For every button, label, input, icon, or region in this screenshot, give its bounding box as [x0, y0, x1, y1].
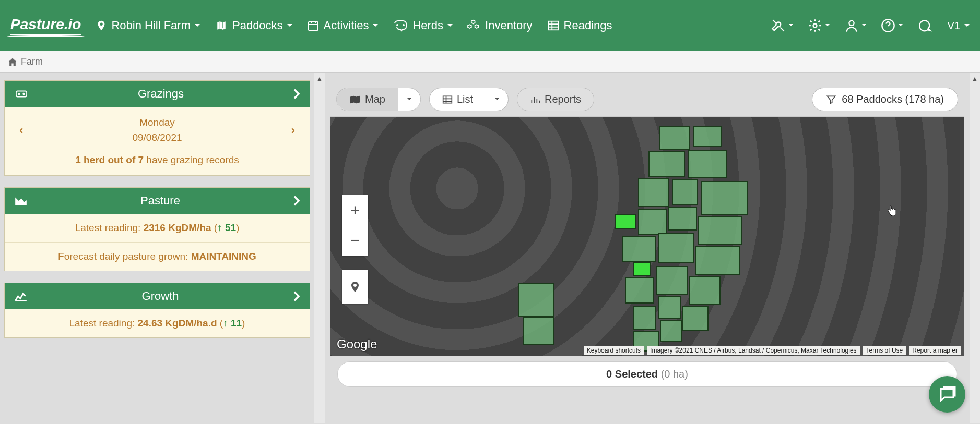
- svg-rect-10: [443, 96, 452, 103]
- list-view-button[interactable]: List: [430, 88, 486, 111]
- map-imagery-credit: Imagery ©2021 CNES / Airbus, Landsat / C…: [647, 346, 860, 355]
- map-view-dropdown[interactable]: [398, 88, 420, 111]
- paddock-shape[interactable]: [625, 277, 654, 304]
- pin-icon: [96, 18, 107, 33]
- help-icon: [881, 18, 895, 33]
- paddock-shape[interactable]: [688, 150, 727, 178]
- selection-bar[interactable]: 0 Selected (0 ha): [337, 361, 957, 387]
- zoom-in-button[interactable]: +: [342, 195, 368, 225]
- pasture-header[interactable]: Pasture: [5, 188, 310, 214]
- paddock-shape[interactable]: [695, 246, 740, 275]
- cow-icon: [14, 88, 29, 100]
- paddock-shape-highlight[interactable]: [615, 214, 636, 229]
- up-arrow-icon: ↑: [217, 222, 222, 233]
- nav-settings[interactable]: [808, 18, 830, 33]
- nav-herds-label: Herds: [412, 19, 443, 32]
- boxes-icon: [467, 19, 481, 32]
- nav-farm-selector[interactable]: Robin Hill Farm: [96, 18, 200, 33]
- paddock-shape[interactable]: [689, 276, 721, 305]
- map-report-error[interactable]: Report a map er: [909, 346, 961, 355]
- nav-inventory-label: Inventory: [485, 19, 533, 32]
- paddock-shape[interactable]: [633, 306, 656, 330]
- nav-chat[interactable]: [917, 18, 933, 33]
- paddock-shape[interactable]: [698, 216, 742, 245]
- paddock-shape[interactable]: [659, 126, 690, 150]
- nav-herds[interactable]: Herds: [393, 19, 453, 32]
- paddock-shape[interactable]: [693, 126, 722, 147]
- list-view-dropdown[interactable]: [486, 88, 508, 111]
- growth-latest-row: Latest reading: 24.63 KgDM/ha.d (↑ 11): [5, 309, 310, 337]
- nav-help[interactable]: [881, 18, 903, 33]
- paddock-shape[interactable]: [656, 266, 688, 295]
- grazings-header[interactable]: Grazings: [5, 81, 310, 107]
- pasture-title: Pasture: [28, 194, 293, 208]
- chevron-right-icon: [293, 195, 300, 207]
- grazings-date: Monday 09/08/2021: [132, 115, 182, 145]
- svg-point-9: [23, 93, 25, 95]
- caret-down-icon: [825, 21, 830, 30]
- svg-point-4: [813, 24, 817, 28]
- line-chart-icon: [14, 290, 28, 302]
- growth-delta: 11: [231, 318, 242, 329]
- content-scrollbar[interactable]: ▲: [970, 73, 980, 423]
- nav-user[interactable]: [844, 18, 866, 33]
- paddock-shape[interactable]: [648, 151, 685, 177]
- paddock-shape[interactable]: [682, 306, 709, 331]
- zoom-out-button[interactable]: −: [342, 225, 368, 256]
- nav-inventory[interactable]: Inventory: [467, 19, 533, 32]
- nav-tools[interactable]: [771, 18, 793, 33]
- map-attribution: Keyboard shortcuts Imagery ©2021 CNES / …: [584, 346, 961, 355]
- breadcrumb-home[interactable]: Farm: [21, 56, 43, 67]
- scroll-up-icon[interactable]: ▲: [972, 73, 978, 84]
- paddock-filter[interactable]: 68 Paddocks (178 ha): [812, 88, 958, 111]
- google-logo: Google: [337, 337, 377, 352]
- paddock-shape[interactable]: [518, 283, 554, 317]
- caret-down-icon: [494, 93, 500, 105]
- brand-logo[interactable]: Pasture.io: [10, 16, 81, 35]
- paddock-shape[interactable]: [672, 179, 698, 205]
- pasture-forecast-label: Forecast daily pasture grown:: [58, 251, 191, 262]
- map-icon: [215, 20, 228, 31]
- paddock-shape[interactable]: [660, 320, 682, 342]
- sidebar-scrollbar[interactable]: ▲: [314, 73, 325, 423]
- scroll-up-icon[interactable]: ▲: [316, 73, 323, 84]
- paddock-shape[interactable]: [668, 207, 697, 231]
- chat-fab[interactable]: [929, 376, 965, 413]
- paddock-shape[interactable]: [638, 209, 667, 235]
- paddock-shape[interactable]: [622, 236, 656, 262]
- nav-activities[interactable]: Activities: [307, 19, 379, 32]
- map-zoom-control: + −: [342, 195, 368, 256]
- paddock-shape[interactable]: [638, 178, 669, 207]
- nav-version[interactable]: V1: [948, 20, 970, 32]
- reports-view-button[interactable]: Reports: [517, 88, 594, 111]
- grazings-title: Grazings: [29, 87, 293, 101]
- breadcrumb: Farm: [0, 51, 980, 73]
- gear-icon: [808, 18, 822, 33]
- paddock-shape-highlight[interactable]: [633, 262, 651, 276]
- svg-point-2: [403, 25, 404, 26]
- paddock-shape[interactable]: [658, 233, 694, 263]
- svg-rect-7: [16, 91, 27, 97]
- home-icon[interactable]: [7, 57, 18, 67]
- map-view-button[interactable]: Map: [337, 88, 398, 111]
- map-view[interactable]: + − Google Keyboard shortcuts Imagery ©2…: [330, 116, 964, 356]
- view-toggle-map: Map: [336, 88, 421, 111]
- map-terms[interactable]: Terms of Use: [863, 346, 906, 355]
- paddock-shape[interactable]: [658, 296, 681, 319]
- svg-rect-3: [548, 21, 558, 30]
- paddock-shape[interactable]: [701, 181, 748, 215]
- nav-paddocks[interactable]: Paddocks: [215, 19, 292, 32]
- reports-view-label: Reports: [545, 93, 581, 105]
- prev-day-button[interactable]: ‹: [19, 124, 23, 137]
- pasture-latest-value: 2316 KgDM/ha: [144, 222, 211, 233]
- map-keyboard-shortcuts[interactable]: Keyboard shortcuts: [584, 346, 644, 355]
- filter-icon: [826, 94, 836, 105]
- nav-version-label: V1: [948, 20, 960, 32]
- growth-title: Growth: [28, 289, 293, 303]
- svg-point-1: [397, 25, 398, 26]
- next-day-button[interactable]: ›: [291, 124, 295, 137]
- map-locate-button[interactable]: [342, 270, 368, 304]
- paddock-shape[interactable]: [523, 317, 554, 345]
- nav-readings[interactable]: Readings: [547, 19, 612, 32]
- growth-header[interactable]: Growth: [5, 283, 310, 309]
